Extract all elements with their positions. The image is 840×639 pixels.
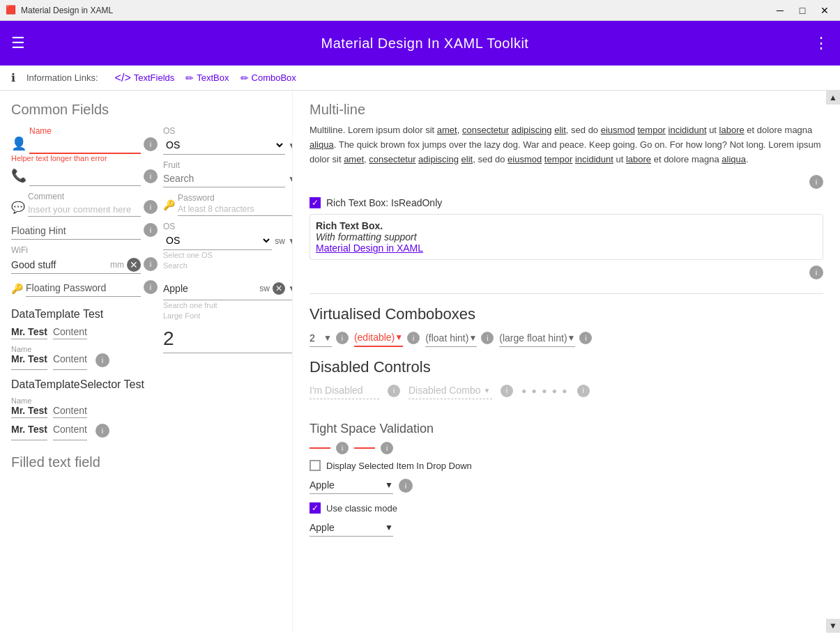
textbox-link[interactable]: ✏ TextBox xyxy=(185,72,229,84)
rich-italic: With formatting support xyxy=(316,231,417,242)
combo-float-value: (float hint) xyxy=(425,332,468,344)
dts-row-1: Name Mr. Test Content Mr. Test Content xyxy=(11,397,158,440)
os2-row: OS Windows sw ▼ i xyxy=(163,231,293,250)
maximize-button[interactable]: □ xyxy=(793,3,812,17)
combo-2-hint-btn[interactable]: i xyxy=(336,332,349,344)
rich-link[interactable]: Material Design in XAML xyxy=(316,242,423,254)
password-icon-row: 🔑 Password At least 8 characters xyxy=(163,193,293,216)
scroll-up-btn[interactable]: ▲ xyxy=(826,91,840,105)
tight-title: Tight Space Validation xyxy=(310,422,823,436)
classic-mode-label: Use classic mode xyxy=(326,503,397,514)
classic-mode-checkbox[interactable]: ✓ xyxy=(310,502,321,514)
window-title: Material Design in XAML xyxy=(21,6,770,15)
fruit-field-group: Fruit ▼ i xyxy=(163,160,293,187)
phone-hint-btn[interactable]: i xyxy=(144,169,158,183)
app-bar: ☰ Material Design In XAML Toolkit ⋮ xyxy=(0,21,840,66)
combobox-link[interactable]: ✏ ComboBox xyxy=(240,72,296,84)
ml-amet2: amet xyxy=(344,154,364,164)
password-hint: At least 8 characters xyxy=(178,203,293,216)
floating-hint-container: Floating Hint xyxy=(11,222,141,240)
menu-icon[interactable]: ☰ xyxy=(11,36,25,51)
minimize-button[interactable]: ─ xyxy=(770,3,790,17)
os-select[interactable]: OS Windows macOS Linux xyxy=(163,136,285,155)
multiline-text: Multiline. Lorem ipsum dolor sit amet, c… xyxy=(310,123,823,167)
disabled-title: Disabled Controls xyxy=(310,358,823,376)
rich-checkbox[interactable]: ✓ xyxy=(310,197,321,208)
fruit-input[interactable] xyxy=(163,170,285,187)
ml-consectetur2: consectetur xyxy=(369,154,415,164)
datatemplateselector-title: DataTemplateSelector Test xyxy=(11,378,158,391)
comment-placeholder: Insert your comment here xyxy=(28,203,141,217)
dts-hint-btn[interactable]: i xyxy=(96,424,109,438)
tight-hint-1[interactable]: i xyxy=(336,442,349,454)
ml-incididunt2: incididunt xyxy=(575,154,613,164)
combo-2-arrow: ▼ xyxy=(323,333,332,343)
tight-section: Tight Space Validation i i xyxy=(310,422,823,454)
combo-editable-hint-btn[interactable]: i xyxy=(407,332,420,344)
floating-password-group: 🔑 Floating Password i xyxy=(11,279,158,297)
name-hint-btn[interactable]: i xyxy=(144,137,158,151)
wifi-clear-btn[interactable]: ✕ xyxy=(127,258,141,272)
combo-editable-item: (editable) ▼ i xyxy=(354,329,420,347)
comment-hint-btn[interactable]: i xyxy=(144,200,158,214)
multiline-hint-btn[interactable]: i xyxy=(809,175,823,189)
dt-prefix: Mr. Test xyxy=(11,326,47,339)
app-icon: 🟥 xyxy=(6,5,17,16)
disabled-row: I'm Disabled i Disabled Combo ▼ i ● ● ● … xyxy=(310,382,823,399)
combo-large-float-hint-btn[interactable]: i xyxy=(579,332,592,344)
fruit2-search-hint: Search one fruitLarge Font xyxy=(163,300,293,322)
left-panel: Common Fields 👤 Name i Helper text longe… xyxy=(0,91,293,633)
combo-item-2: 2 ▼ i xyxy=(310,330,349,347)
comment-icon: 💬 xyxy=(11,201,25,214)
floating-password-hint-btn[interactable]: i xyxy=(144,280,158,294)
name-underline xyxy=(29,137,141,154)
dts-name2: Mr. Test xyxy=(11,424,47,440)
apple1-value: Apple xyxy=(310,479,382,491)
ml-labore2: labore xyxy=(626,154,651,164)
dt-content2: Content xyxy=(53,353,87,370)
combo-editable-value: (editable) xyxy=(354,332,395,343)
dts-name-label-col: Name Mr. Test Content xyxy=(11,397,87,418)
classic-mode-row: ✓ Use classic mode xyxy=(310,502,823,514)
dt-hint-btn[interactable]: i xyxy=(96,353,109,367)
ml-labore1: labore xyxy=(719,125,744,135)
scroll-down-btn[interactable]: ▼ xyxy=(826,619,840,633)
rich-hint-btn[interactable]: i xyxy=(809,265,823,279)
virtualised-title: Virtualised Comboboxes xyxy=(310,305,823,323)
dt-name2-label: Name xyxy=(11,345,31,353)
app-title: Material Design In XAML Toolkit xyxy=(36,36,814,52)
apple1-hint-btn[interactable]: i xyxy=(399,479,413,493)
combo-float-hint-btn[interactable]: i xyxy=(481,332,494,344)
tight-hint-2[interactable]: i xyxy=(381,442,393,454)
window-controls: ─ □ ✕ xyxy=(770,3,834,17)
floating-hint-btn[interactable]: i xyxy=(144,223,158,237)
comment-container: Comment Insert your comment here xyxy=(28,192,141,217)
comment-field-row: 💬 Comment Insert your comment here i xyxy=(11,192,158,217)
more-icon[interactable]: ⋮ xyxy=(814,34,829,52)
ml-tempor: tempor xyxy=(637,125,665,135)
display-selected-checkbox[interactable] xyxy=(310,460,321,471)
ml-eiusmod2: eiusmod xyxy=(507,154,542,164)
left-col: 👤 Name i Helper text longer than error 📞 xyxy=(11,126,158,476)
close-button[interactable]: ✕ xyxy=(815,3,834,17)
person-icon: 👤 xyxy=(11,136,26,151)
dt-name2-label-col: Name Mr. Test Content i xyxy=(11,345,109,370)
floating-hint-value: Floating Hint xyxy=(11,222,141,240)
display-selected-row: Display Selected Item In Drop Down xyxy=(310,460,823,471)
disabled-dots-hint: i xyxy=(577,385,590,397)
combo-large-float-arrow: ▼ xyxy=(567,333,576,343)
title-bar: 🟥 Material Design in XAML ─ □ ✕ xyxy=(0,0,840,21)
wifi-hint-btn[interactable]: i xyxy=(144,257,158,271)
code-icon: </> xyxy=(115,72,131,84)
os2-select[interactable]: OS Windows xyxy=(163,231,272,250)
ml-incididunt: incididunt xyxy=(669,125,707,135)
apple2-dropdown[interactable]: Apple ▼ xyxy=(310,519,393,537)
dt-content1: Content xyxy=(53,326,87,339)
wifi-suffix: mm xyxy=(110,260,124,270)
textfields-link[interactable]: </> TextFields xyxy=(115,72,175,84)
apple-clear-btn[interactable]: ✕ xyxy=(273,282,285,295)
ml-tempor2: tempor xyxy=(544,154,572,164)
apple1-dropdown[interactable]: Apple ▼ xyxy=(310,477,393,494)
tight-line-1 xyxy=(310,447,330,449)
tight-row: i i xyxy=(310,442,823,454)
